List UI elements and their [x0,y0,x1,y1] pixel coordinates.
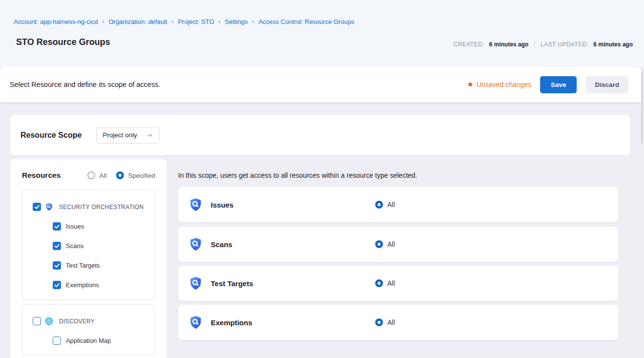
save-button[interactable]: Save [540,76,577,93]
resource-card-issues: Issues All [178,187,619,222]
access-all-label: All [387,240,395,248]
resource-scope-select[interactable]: Project only [96,127,160,144]
discard-button[interactable]: Discard [585,76,628,93]
created-value: 6 minutes ago [489,41,529,48]
resources-title: Resources [22,171,60,180]
resources-filter: All Specified [87,171,155,179]
resource-label: Scans [66,242,83,250]
radio-selected-icon[interactable] [375,318,383,326]
radio-selected-icon[interactable] [116,171,124,179]
checkbox-checked-icon[interactable] [33,203,41,211]
group-card-discovery: DISCOVERY Application Map [22,304,155,355]
page-title: STO Resource Groups [16,37,110,47]
sto-shield-icon [188,237,203,252]
access-all-label: All [387,318,395,326]
resource-scope-card: Resource Scope Project only [10,115,630,155]
filter-all-option[interactable]: All [87,171,106,179]
sto-shield-icon [188,276,203,291]
created-label: CREATED: [454,41,484,48]
access-all-label: All [387,201,395,209]
resource-row-issues[interactable]: Issues [53,222,84,231]
resource-row-application-map[interactable]: Application Map [53,337,111,345]
page-header: Account: app-harness-ng-cicd › Organizat… [0,0,644,67]
sto-shield-icon [188,197,203,212]
resource-card-exemptions: Exemptions All [178,305,619,340]
checkbox-unchecked-icon[interactable] [53,337,61,345]
resource-card-title: Exemptions [211,318,252,327]
access-option-all[interactable]: All [375,318,395,326]
resource-label: Issues [66,223,84,230]
sto-shield-icon [45,203,53,211]
toolbar-description: Select Resource and define its scope of … [10,81,161,88]
radio-selected-icon[interactable] [375,279,383,287]
filter-specified-option[interactable]: Specified [116,171,155,179]
breadcrumb: Account: app-harness-ng-cicd › Organizat… [14,18,354,25]
header-meta: CREATED: 6 minutes ago LAST UPDATED: 6 m… [454,41,633,48]
group-name: SECURITY ORCHESTRATION [59,204,144,211]
checkbox-checked-icon[interactable] [53,222,61,231]
resource-label: Application Map [66,337,111,344]
resources-panel: Resources All Specified SECURITY ORCHES [10,159,167,358]
access-option-all[interactable]: All [375,240,395,248]
group-card-security-orchestration: SECURITY ORCHESTRATION Issues Scans Test… [22,190,155,300]
radio-selected-icon[interactable] [375,240,383,248]
group-row-security-orchestration[interactable]: SECURITY ORCHESTRATION [33,203,144,211]
chevron-right-icon: › [252,18,254,25]
filter-specified-label: Specified [128,172,155,179]
resource-card-title: Issues [211,201,234,209]
resource-label: Exemptions [66,281,99,289]
resource-card-title: Test Targets [211,279,253,288]
resource-scope-value: Project only [102,131,137,139]
filter-all-label: All [99,172,106,179]
breadcrumb-account[interactable]: Account: app-harness-ng-cicd [14,18,98,25]
access-option-all[interactable]: All [375,201,395,209]
radio-unselected-icon[interactable] [87,171,95,179]
resource-card-scans: Scans All [178,227,619,262]
checkbox-checked-icon[interactable] [53,281,61,289]
scope-description: In this scope, users get access to all r… [178,171,417,179]
vertical-scrollbar-thumb[interactable] [641,71,643,144]
meta-divider [534,41,535,48]
access-all-label: All [387,279,395,287]
unsaved-changes-indicator: Unsaved changes [468,81,531,88]
page-body: Resource Scope Project only Resources Al… [0,102,644,358]
last-updated-value: 6 minutes ago [593,41,633,48]
discovery-icon [45,317,53,325]
chevron-right-icon: › [102,18,104,25]
toolbar-actions: Unsaved changes Save Discard [468,76,628,93]
checkbox-unchecked-icon[interactable] [33,317,41,325]
checkbox-checked-icon[interactable] [53,242,61,250]
resource-row-test-targets[interactable]: Test Targets [53,261,100,270]
resource-row-exemptions[interactable]: Exemptions [53,281,99,289]
breadcrumb-access-control[interactable]: Access Control: Resource Groups [259,18,355,25]
resources-panel-header: Resources All Specified [22,171,155,180]
resource-label: Test Targets [66,262,100,269]
breadcrumb-organization[interactable]: Organization: default [109,18,167,25]
chevron-right-icon: › [219,18,221,25]
sto-shield-icon [188,315,203,330]
resource-scope-label: Resource Scope [20,131,81,140]
resource-card-title: Scans [211,240,232,249]
checkbox-checked-icon[interactable] [53,261,61,270]
access-option-all[interactable]: All [375,279,395,287]
unsaved-dot-icon [468,83,472,86]
unsaved-changes-label: Unsaved changes [477,81,531,88]
group-name: DISCOVERY [59,318,95,325]
resource-card-test-targets: Test Targets All [178,266,619,301]
resource-row-scans[interactable]: Scans [53,242,83,250]
chevron-right-icon: › [172,18,174,25]
last-updated-label: LAST UPDATED: [541,41,588,48]
group-row-discovery[interactable]: DISCOVERY [33,317,95,325]
action-toolbar: Select Resource and define its scope of … [0,67,641,102]
chevron-down-icon [147,132,153,138]
breadcrumb-project[interactable]: Project: STO [178,18,214,25]
breadcrumb-settings[interactable]: Settings [225,18,248,25]
radio-selected-icon[interactable] [375,201,383,209]
